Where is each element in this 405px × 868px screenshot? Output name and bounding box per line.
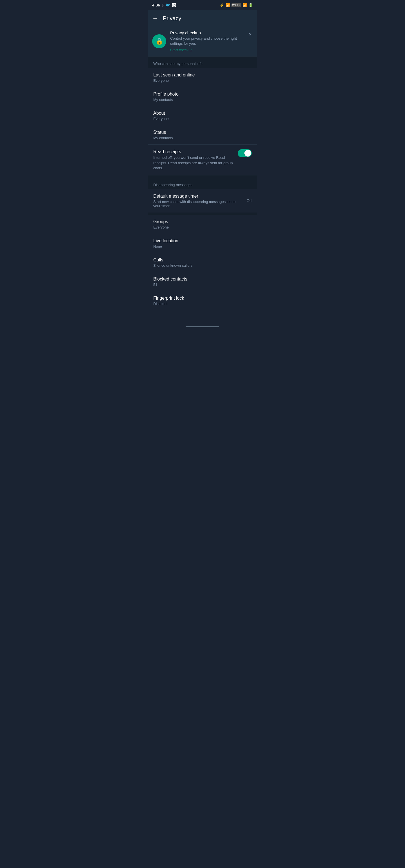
calls-subtitle: Silence unknown callers (153, 264, 252, 268)
blocked-contacts-title: Blocked contacts (153, 277, 252, 282)
status-bar-right: ⚡ 📶 VoLTE 📶 🔋 (220, 3, 253, 7)
profile-photo-title: Profile photo (153, 92, 252, 97)
battery-icon: 🔋 (248, 3, 253, 7)
banner-content: Privacy checkup Control your privacy and… (170, 30, 248, 52)
last-seen-title: Last seen and online (153, 72, 252, 78)
status-subtitle: My contacts (153, 136, 252, 140)
home-bar (185, 326, 220, 327)
signal-icon: 📶 (242, 3, 247, 7)
page-header: ← Privacy (148, 10, 257, 26)
last-seen-content: Last seen and online Everyone (153, 72, 252, 83)
read-receipts-title: Read receipts (153, 149, 238, 154)
calls-content: Calls Silence unknown callers (153, 257, 252, 268)
fingerprint-lock-item[interactable]: Fingerprint lock Disabled (148, 291, 257, 310)
live-location-content: Live location None (153, 238, 252, 248)
banner-icon-container: 🔒 (152, 34, 166, 48)
wifi-icon: 📶 (226, 3, 230, 7)
start-checkup-link[interactable]: Start checkup (170, 48, 193, 52)
calls-title: Calls (153, 257, 252, 262)
read-receipts-item[interactable]: Read receipts If turned off, you won't s… (148, 145, 257, 175)
volte-label: VoLTE (231, 3, 241, 7)
about-content: About Everyone (153, 111, 252, 121)
banner-title: Privacy checkup (170, 30, 248, 35)
status-bar: 4:36 ♪ 🐦 🖼 ⚡ 📶 VoLTE 📶 🔋 (148, 0, 257, 10)
time-display: 4:36 (152, 3, 160, 7)
live-location-subtitle: None (153, 244, 252, 248)
privacy-checkup-banner: 🔒 Privacy checkup Control your privacy a… (148, 26, 257, 57)
disappearing-messages-section: Default message timer Start new chats wi… (148, 189, 257, 213)
gallery-icon: 🖼 (172, 3, 176, 7)
calls-item[interactable]: Calls Silence unknown callers (148, 253, 257, 272)
groups-subtitle: Everyone (153, 225, 252, 229)
groups-title: Groups (153, 219, 252, 224)
twitter-icon: 🐦 (165, 3, 170, 7)
fingerprint-lock-content: Fingerprint lock Disabled (153, 296, 252, 306)
personal-info-section: Last seen and online Everyone Profile ph… (148, 68, 257, 176)
blocked-contacts-subtitle: 51 (153, 282, 252, 287)
banner-subtitle: Control your privacy and choose the righ… (170, 36, 248, 46)
default-timer-subtitle: Start new chats with disappearing messag… (153, 199, 242, 208)
status-bar-left: 4:36 ♪ 🐦 🖼 (152, 3, 176, 7)
read-receipts-content: Read receipts If turned off, you won't s… (153, 149, 238, 170)
music-icon: ♪ (162, 3, 164, 7)
default-timer-content: Default message timer Start new chats wi… (153, 194, 242, 208)
status-item[interactable]: Status My contacts (148, 125, 257, 145)
disappearing-section-divider (148, 176, 257, 178)
default-timer-value: Off (247, 198, 252, 203)
other-section-divider (148, 213, 257, 215)
banner-close-button[interactable]: × (248, 30, 253, 38)
status-content: Status My contacts (153, 130, 252, 140)
profile-photo-subtitle: My contacts (153, 97, 252, 102)
personal-info-section-header: Who can see my personal info (148, 57, 257, 68)
live-location-title: Live location (153, 238, 252, 243)
default-timer-item[interactable]: Default message timer Start new chats wi… (148, 189, 257, 213)
fingerprint-lock-subtitle: Disabled (153, 302, 252, 306)
home-indicator (148, 321, 257, 330)
blocked-contacts-content: Blocked contacts 51 (153, 277, 252, 287)
fingerprint-lock-title: Fingerprint lock (153, 296, 252, 301)
about-item[interactable]: About Everyone (148, 106, 257, 125)
privacy-lock-icon: 🔒 (155, 38, 163, 45)
read-receipts-toggle[interactable] (238, 149, 252, 157)
default-timer-title: Default message timer (153, 194, 242, 199)
bluetooth-icon: ⚡ (220, 3, 224, 7)
profile-photo-content: Profile photo My contacts (153, 92, 252, 102)
groups-content: Groups Everyone (153, 219, 252, 229)
about-title: About (153, 111, 252, 116)
back-button[interactable]: ← (152, 14, 158, 22)
last-seen-item[interactable]: Last seen and online Everyone (148, 68, 257, 87)
last-seen-subtitle: Everyone (153, 79, 252, 83)
disappearing-section-header: Disappearing messages (148, 178, 257, 189)
blocked-contacts-item[interactable]: Blocked contacts 51 (148, 272, 257, 291)
status-title: Status (153, 130, 252, 135)
groups-item[interactable]: Groups Everyone (148, 215, 257, 234)
toggle-knob (244, 150, 251, 157)
other-settings-section: Groups Everyone Live location None Calls… (148, 215, 257, 310)
profile-photo-item[interactable]: Profile photo My contacts (148, 87, 257, 106)
about-subtitle: Everyone (153, 117, 252, 121)
read-receipts-toggle-container (238, 149, 252, 157)
page-title: Privacy (163, 15, 181, 22)
live-location-item[interactable]: Live location None (148, 234, 257, 253)
read-receipts-description: If turned off, you won't send or receive… (153, 155, 238, 170)
